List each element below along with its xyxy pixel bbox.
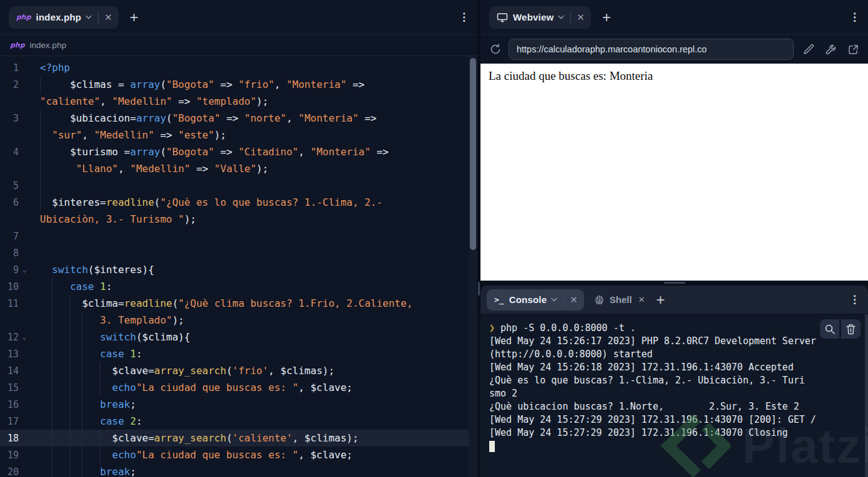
chevron-down-icon[interactable]: [551, 297, 557, 302]
code-line[interactable]: 2 $climas = array("Bogota" => "frio", "M…: [0, 76, 477, 93]
line-number: 8: [2, 248, 19, 259]
new-tab-button[interactable]: +: [602, 10, 611, 25]
console-line: ¿Què es lo que buscas? 1.-Clima, 2.- Ubi…: [489, 374, 868, 387]
console-line: [Wed May 24 15:26:17 2023] PHP 8.2.0RC7 …: [489, 335, 868, 348]
webview-menu-icon[interactable]: ⋮: [849, 11, 861, 24]
reload-icon[interactable]: [489, 43, 502, 55]
indent-guide: [70, 430, 71, 446]
resize-handle[interactable]: [478, 282, 480, 296]
code-line[interactable]: 3. Templado");: [0, 312, 477, 329]
code-line[interactable]: 14 $clave=array_search('frio', $climas);: [0, 362, 477, 379]
line-number: 10: [2, 281, 19, 292]
code-line[interactable]: 18 $clave=array_search('caliente', $clim…: [0, 430, 477, 446]
tab-divider: [570, 11, 571, 24]
new-tab-button[interactable]: +: [130, 10, 139, 25]
code-line[interactable]: 19 echo"La ciudad que buscas es: ", $cla…: [0, 446, 477, 463]
console-output[interactable]: ❯ php -S 0.0.0.0:8000 -t .[Wed May 24 15…: [480, 314, 868, 477]
code-line[interactable]: 9⌄ switch($interes){: [0, 261, 477, 278]
code-line[interactable]: 16 break;: [0, 396, 477, 413]
code-line[interactable]: 11 $clima=readline("¿Què clima buscas? 1…: [0, 295, 477, 312]
code-line[interactable]: "sur", "Medellin" => "este");: [0, 127, 477, 143]
tab-webview[interactable]: Webview ✕: [489, 6, 591, 29]
line-text: 3. Templado");: [31, 314, 184, 326]
tab-console[interactable]: >_ Console ✕: [487, 289, 584, 311]
close-tab-icon[interactable]: ✕: [104, 12, 112, 22]
new-tab-button[interactable]: +: [656, 292, 665, 307]
code-token: :: [136, 415, 142, 427]
code-line[interactable]: 7: [0, 228, 477, 244]
chevron-down-icon[interactable]: [558, 15, 564, 19]
indent-guide: [100, 430, 100, 446]
code-line[interactable]: 6 $interes=readline("¿Què es lo que busc…: [0, 194, 477, 211]
tab-label: Console: [509, 294, 547, 305]
indent-guide: [52, 362, 52, 379]
tab-index-php[interactable]: php index.php ✕: [9, 6, 119, 29]
code-line[interactable]: "caliente", "Medellin" => "templado");: [0, 93, 477, 110]
code-line[interactable]: 20 break;: [0, 463, 477, 477]
resize-handle[interactable]: [664, 282, 685, 284]
code-line[interactable]: 5: [0, 177, 477, 194]
close-tab-icon[interactable]: ✕: [577, 12, 585, 22]
code-token: =>: [190, 163, 215, 175]
code-token: ,: [118, 163, 130, 175]
code-line[interactable]: Ubicaciòn, 3.- Turismo ");: [0, 211, 477, 228]
trash-icon[interactable]: [841, 319, 861, 339]
indent-guide: [70, 413, 71, 430]
open-external-icon[interactable]: [847, 44, 859, 55]
code-token: ($interes){: [88, 264, 154, 276]
webview-tabbar: Webview ✕ + ⋮: [480, 0, 868, 35]
indent: [40, 281, 70, 292]
webview-content[interactable]: La ciudad que buscas es: Monteria: [480, 64, 868, 281]
code-token: echo: [112, 382, 137, 393]
code-editor[interactable]: 1<?php2 $climas = array("Bogota" => "fri…: [0, 56, 477, 477]
indent: [40, 79, 70, 90]
search-icon[interactable]: [820, 319, 839, 339]
code-token: =>: [172, 95, 197, 107]
editor-scrollbar-thumb[interactable]: [470, 58, 476, 250]
url-input[interactable]: [509, 39, 794, 60]
indent: [40, 382, 112, 393]
code-line[interactable]: 4 $turismo =array("Bogota" => "Citadino"…: [0, 143, 477, 160]
code-line[interactable]: "Llano", "Medellin" => "Valle");: [0, 160, 477, 177]
chevron-down-icon[interactable]: [85, 15, 92, 19]
console-text: [Wed May 24 15:27:29 2023] 172.31.196.1:…: [489, 414, 816, 425]
code-token: $clave=: [112, 432, 154, 444]
close-tab-icon[interactable]: ✕: [570, 295, 578, 304]
line-number: 6: [2, 197, 19, 208]
code-line[interactable]: 3 $ubicacion=array("Bogota" => "norte", …: [0, 110, 477, 127]
fold-chevron-icon[interactable]: ⌄: [19, 333, 30, 341]
code-token: :: [136, 348, 142, 360]
console-scrollbar[interactable]: [865, 314, 868, 477]
code-line[interactable]: 1<?php: [0, 59, 477, 76]
line-gutter: 2: [0, 79, 31, 90]
code-token: 2: [130, 415, 137, 427]
code-token: "Monteria": [311, 146, 371, 158]
line-text: Ubicaciòn, 3.- Turismo ");: [31, 213, 196, 225]
code-line[interactable]: 12⌄ switch($clima){: [0, 329, 477, 345]
line-gutter: 12⌄: [0, 332, 31, 343]
devtools-wrench-icon[interactable]: [825, 44, 837, 55]
line-gutter: 15: [0, 382, 31, 393]
console-menu-icon[interactable]: ⋮: [849, 293, 861, 306]
fold-chevron-icon[interactable]: ⌄: [19, 266, 30, 274]
indent-guide: [70, 379, 71, 396]
webview-pane: Webview ✕ + ⋮: [480, 0, 868, 281]
code-line[interactable]: 10 case 1:: [0, 278, 477, 295]
editor-menu-icon[interactable]: ⋮: [459, 11, 470, 24]
code-line[interactable]: 13 case 1:: [0, 345, 477, 362]
indent-guide: [82, 362, 82, 379]
close-tab-icon[interactable]: ✕: [638, 296, 645, 304]
indent-guide: [40, 177, 41, 194]
code-token: array: [136, 112, 166, 124]
pane-resize-divider-horizontal[interactable]: [480, 281, 868, 286]
edit-pencil-icon[interactable]: [802, 44, 814, 55]
code-line[interactable]: 15 echo"La ciudad que buscas es: ", $cla…: [0, 379, 477, 396]
code-line[interactable]: 8: [0, 244, 477, 261]
indent-guide: [82, 345, 82, 362]
code-token: ,: [298, 146, 310, 158]
code-line[interactable]: 17 case 2:: [0, 413, 477, 430]
code-token: switch: [52, 264, 88, 276]
line-gutter: 18: [0, 433, 31, 444]
editor-scrollbar-track[interactable]: [469, 56, 477, 477]
tab-shell[interactable]: Shell ✕: [594, 294, 645, 305]
